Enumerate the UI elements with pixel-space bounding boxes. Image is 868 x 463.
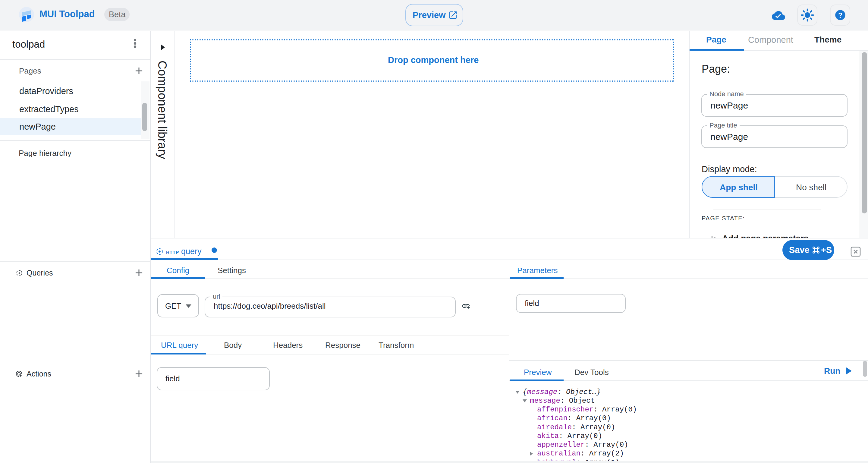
svg-text:?: ? <box>838 11 842 19</box>
